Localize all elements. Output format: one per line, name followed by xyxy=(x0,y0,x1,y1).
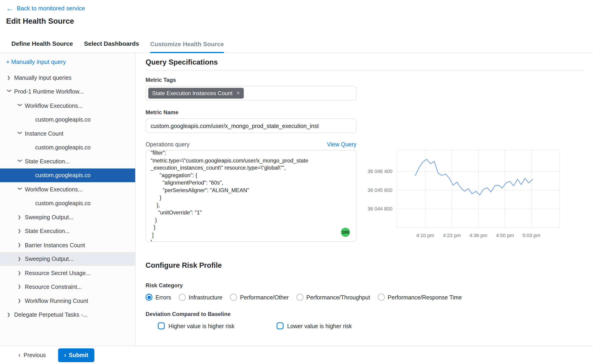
tab-select-dashboards[interactable]: Select Dashboards xyxy=(84,40,139,53)
remove-tag-icon[interactable]: ✕ xyxy=(236,91,240,96)
tree-item-workflow-executions[interactable]: ❯Workflow Executions... xyxy=(0,182,135,196)
tree-item-instance-count[interactable]: ❯Instance Count xyxy=(0,126,135,140)
tree-item-workflow-running-count[interactable]: ❯Workflow Running Count xyxy=(0,294,135,308)
tree-item-label: Workflow Executions... xyxy=(25,186,83,192)
operations-query-label: Operations query xyxy=(145,141,189,147)
submit-button[interactable]: › Submit xyxy=(58,348,94,362)
chevron-right-icon[interactable]: ❯ xyxy=(18,229,23,234)
tree-item-workflow-executions[interactable]: ❯Workflow Executions... xyxy=(0,99,135,113)
metric-name-input[interactable] xyxy=(145,118,357,133)
records-count-badge: 100 xyxy=(341,228,350,237)
tree-item-label: custom.googleapis.co xyxy=(35,116,91,123)
sidebar-tree: ❯Manually input queries❯Prod-1 Runtime W… xyxy=(0,71,135,322)
metric-chart-container: 36 046 40036 045 60036 044 8004:10 pm4:2… xyxy=(361,147,567,243)
tree-item-label: Workflow Executions... xyxy=(25,102,83,109)
chevron-right-icon[interactable]: ❯ xyxy=(7,75,12,80)
checkbox-higher-value-is-higher-risk[interactable]: Higher value is higher risk xyxy=(158,322,235,329)
tree-item-label: custom.googleapis.co xyxy=(35,200,91,206)
tree-item-custom-googleapis-co[interactable]: custom.googleapis.co xyxy=(0,196,135,210)
chevron-down-icon[interactable]: ❯ xyxy=(18,131,23,136)
tab-define-health-source[interactable]: Define Health Source xyxy=(12,40,73,53)
checkbox-icon xyxy=(158,322,165,329)
risk-radio-errors[interactable]: Errors xyxy=(145,294,171,301)
tree-item-label: Manually input queries xyxy=(14,74,72,81)
risk-radio-performance-other[interactable]: Performance/Other xyxy=(230,294,289,301)
radio-label: Performance/Throughput xyxy=(306,294,370,300)
svg-text:36 045 600: 36 045 600 xyxy=(367,187,392,193)
chevron-left-icon: ‹ xyxy=(18,352,20,358)
back-arrow-icon: ← xyxy=(6,5,13,12)
metric-tree-sidebar: + Manually input query ❯Manually input q… xyxy=(0,53,136,346)
checkbox-label: Lower value is higher risk xyxy=(287,323,352,329)
operations-query-editor[interactable]: "filter": "metric.type=\"custom.googleap… xyxy=(145,150,357,242)
tree-item-barrier-instances-count[interactable]: ❯Barrier Instances Count xyxy=(0,238,135,252)
radio-label: Errors xyxy=(156,294,171,300)
tree-item-custom-googleapis-co[interactable]: custom.googleapis.co xyxy=(0,140,135,154)
chevron-right-icon[interactable]: ❯ xyxy=(18,298,23,303)
tree-item-label: State Execution... xyxy=(25,158,70,164)
svg-text:5:03 pm: 5:03 pm xyxy=(522,233,540,238)
checkbox-label: Higher value is higher risk xyxy=(169,323,235,329)
chevron-right-icon[interactable]: ❯ xyxy=(7,312,12,317)
view-query-link[interactable]: View Query xyxy=(327,141,357,147)
tree-item-state-execution[interactable]: ❯State Execution... xyxy=(0,224,135,238)
chevron-right-icon[interactable]: ❯ xyxy=(18,215,23,220)
tree-item-delegate-perpetual-tasks[interactable]: ❯Delegate Perpetual Tasks -... xyxy=(0,308,135,322)
operations-query-text: "filter": "metric.type=\"custom.googleap… xyxy=(150,150,352,242)
radio-label: Performance/Other xyxy=(240,294,289,300)
tree-item-label: Sweeping Output... xyxy=(25,256,73,262)
chevron-right-icon[interactable]: ❯ xyxy=(18,242,23,247)
chevron-right-icon[interactable]: ❯ xyxy=(18,256,23,261)
tree-item-label: custom.googleapis.co xyxy=(35,144,91,150)
tree-item-label: custom.googleapis.co xyxy=(35,172,91,178)
tree-item-state-execution[interactable]: ❯State Execution... xyxy=(0,154,135,169)
tree-item-custom-googleapis-co[interactable]: custom.googleapis.co xyxy=(0,113,135,127)
risk-radio-performance-throughput[interactable]: Performance/Throughput xyxy=(297,294,370,301)
body: + Manually input query ❯Manually input q… xyxy=(0,53,593,346)
add-manual-query-link[interactable]: + Manually input query xyxy=(0,56,66,68)
tree-item-sweeping-output[interactable]: ❯Sweeping Output... xyxy=(0,210,135,224)
chevron-down-icon[interactable]: ❯ xyxy=(7,89,12,94)
checkbox-lower-value-is-higher-risk[interactable]: Lower value is higher risk xyxy=(276,322,352,329)
page-title: Edit Health Source xyxy=(6,17,587,26)
metric-name-label: Metric Name xyxy=(145,109,357,116)
risk-radio-infrastructure[interactable]: Infrastructure xyxy=(179,294,222,301)
submit-button-label: Submit xyxy=(69,352,88,358)
radio-icon xyxy=(179,294,186,301)
radio-icon xyxy=(230,294,237,301)
metric-tag-chip-label: State Execution Instances Count xyxy=(152,90,233,96)
tree-item-prod-1-runtime-workflow[interactable]: ❯Prod-1 Runtime Workflow... xyxy=(0,84,135,99)
wizard-tabs: Define Health SourceSelect DashboardsCus… xyxy=(0,34,593,53)
svg-text:36 044 800: 36 044 800 xyxy=(367,206,392,212)
tree-item-custom-googleapis-co[interactable]: custom.googleapis.co xyxy=(0,168,135,182)
svg-text:4:50 pm: 4:50 pm xyxy=(496,233,514,238)
chevron-right-icon[interactable]: ❯ xyxy=(18,284,23,289)
metric-tags-input[interactable]: State Execution Instances Count ✕ xyxy=(145,86,357,100)
chevron-right-icon[interactable]: ❯ xyxy=(18,271,23,275)
risk-radio-performance-response-time[interactable]: Performance/Response Time xyxy=(378,294,462,301)
risk-category-label: Risk Category xyxy=(145,282,584,289)
tree-item-manually-input-queries[interactable]: ❯Manually input queries xyxy=(0,71,135,85)
chevron-right-icon: › xyxy=(64,352,66,358)
tree-item-resource-secret-usage[interactable]: ❯Resource Secret Usage... xyxy=(0,266,135,280)
metric-chart: 36 046 40036 045 60036 044 8004:10 pm4:2… xyxy=(361,147,567,242)
tree-item-resource-constraint[interactable]: ❯Resource Constraint... xyxy=(0,280,135,294)
back-to-monitored-service-link[interactable]: ← Back to monitored service xyxy=(6,5,85,12)
radio-label: Performance/Response Time xyxy=(388,294,462,300)
tree-item-label: Instance Count xyxy=(25,130,63,136)
query-form: Metric Tags State Execution Instances Co… xyxy=(145,76,357,242)
svg-text:4:36 pm: 4:36 pm xyxy=(469,233,487,238)
tree-item-label: Prod-1 Runtime Workflow... xyxy=(14,88,84,95)
chevron-down-icon[interactable]: ❯ xyxy=(18,187,23,192)
edit-health-source-page: ← Back to monitored service Edit Health … xyxy=(0,0,593,364)
previous-button-label: Previous xyxy=(24,352,46,358)
radio-icon xyxy=(297,294,303,301)
previous-button[interactable]: ‹ Previous xyxy=(18,352,46,358)
tree-item-sweeping-output[interactable]: ❯Sweeping Output... xyxy=(0,252,135,266)
tree-item-label: Resource Constraint... xyxy=(25,284,82,290)
chevron-down-icon[interactable]: ❯ xyxy=(18,159,23,164)
risk-category-options: ErrorsInfrastructurePerformance/OtherPer… xyxy=(145,294,584,301)
tab-customize-health-source[interactable]: Customize Health Source xyxy=(150,41,224,53)
configure-risk-profile-title: Configure Risk Profile xyxy=(145,261,584,270)
chevron-down-icon[interactable]: ❯ xyxy=(18,103,23,108)
